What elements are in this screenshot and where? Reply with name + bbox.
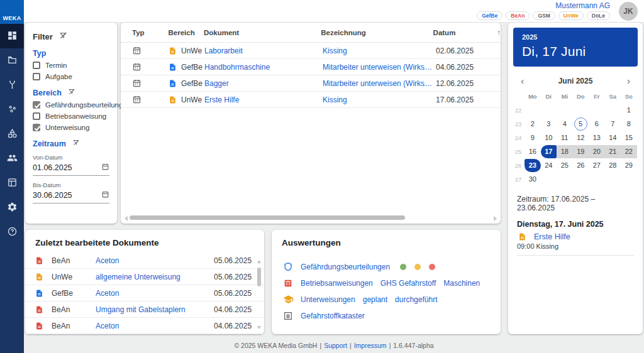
calendar-day[interactable]: 20 <box>589 145 605 158</box>
sidebar-item-dashboard[interactable] <box>0 24 24 48</box>
filter-clear-icon[interactable] <box>68 88 75 97</box>
checkbox-box[interactable] <box>33 101 40 109</box>
calendar-day[interactable]: 17 <box>541 145 557 158</box>
weka-logo[interactable]: WEKA <box>0 0 24 24</box>
status-dot-green[interactable] <box>400 264 406 270</box>
checkbox-aufgabe[interactable]: Aufgabe <box>33 73 109 80</box>
support-link[interactable]: Support <box>324 342 347 349</box>
calendar-day[interactable]: 24 <box>541 159 557 172</box>
sidebar-item-settings[interactable] <box>0 195 24 220</box>
von-datum-input[interactable]: 01.06.2025 <box>33 161 109 176</box>
sidebar-item-planner[interactable] <box>0 171 24 195</box>
calendar-day[interactable]: 15 <box>621 131 637 144</box>
header-datum[interactable]: Datum <box>433 29 472 36</box>
checkbox-box[interactable] <box>33 73 40 80</box>
header-bezeichnung[interactable]: Bezeichnung <box>321 29 433 36</box>
calendar-day[interactable]: 4 <box>557 117 573 131</box>
filter-clear-icon[interactable] <box>72 139 80 148</box>
calendar-day[interactable]: 18 <box>557 145 573 158</box>
sidebar-item-team[interactable] <box>0 146 24 171</box>
calendar-day[interactable]: 5 <box>574 117 587 131</box>
scrollbar-thumb[interactable] <box>257 268 261 286</box>
sidebar-item-categories[interactable] <box>0 122 24 146</box>
scrollbar-thumb[interactable] <box>130 215 405 220</box>
calendar-day[interactable]: 7 <box>605 117 621 131</box>
scroll-left-icon[interactable] <box>125 216 128 221</box>
calendar-day[interactable]: 26 <box>573 159 589 172</box>
company-name[interactable]: Mustermann AG <box>555 1 610 10</box>
calendar-day[interactable]: 14 <box>605 131 621 144</box>
gefahrstoffkataster-link[interactable]: Gefahrstoffkataster <box>301 312 365 320</box>
table-row[interactable]: UnWe Erste Hilfe Kissing 17.06.2025 <box>121 92 501 108</box>
recent-row[interactable]: GefBe Aceton 05.06.2025 <box>25 285 264 301</box>
checkbox-termin[interactable]: Termin <box>33 62 109 69</box>
calendar-day[interactable]: 28 <box>605 159 621 172</box>
bis-datum-input[interactable]: 30.06.2025 <box>33 188 109 204</box>
status-dot-red[interactable] <box>429 264 435 270</box>
calendar-day[interactable]: 8 <box>621 117 637 131</box>
checkbox-box[interactable] <box>33 62 40 69</box>
checkbox-gefaehrdungsbeurteilung[interactable]: Gefährdungsbeurteilung <box>33 101 109 109</box>
calendar-day[interactable]: 30 <box>525 173 541 186</box>
calendar-day[interactable]: 6 <box>589 117 605 131</box>
badge-bean[interactable]: BeAn <box>506 11 530 20</box>
header-bereich[interactable]: Bereich <box>168 29 203 36</box>
calendar-day[interactable]: 12 <box>573 131 589 144</box>
calendar-day[interactable]: 9 <box>525 131 541 144</box>
prev-month-icon[interactable]: ‹ <box>521 76 524 85</box>
calendar-day[interactable]: 11 <box>557 131 573 144</box>
header-dokument[interactable]: Dokument <box>204 29 321 36</box>
day-event[interactable]: Erste Hilfe <box>518 232 634 241</box>
calendar-day[interactable]: 23 <box>525 159 541 172</box>
event-link[interactable]: Erste Hilfe <box>534 232 570 241</box>
sidebar-item-substances[interactable] <box>0 97 24 122</box>
calendar-day[interactable]: 10 <box>541 131 557 144</box>
checkbox-betriebsanweisung[interactable]: Betriebsanweisung <box>33 112 109 120</box>
checkbox-box[interactable] <box>33 124 40 131</box>
unterweisungen-link[interactable]: Unterweisungen <box>301 295 355 304</box>
durchgefuehrt-link[interactable]: durchgeführt <box>395 295 437 304</box>
table-row[interactable]: GefBe Handbohrmaschine Mitarbeiter unter… <box>121 59 501 75</box>
dokument-link[interactable]: Handbohrmaschine <box>204 63 323 72</box>
gefaehrdungsbeurteilungen-link[interactable]: Gefährdungsbeurteilungen <box>301 263 390 271</box>
calendar-day[interactable]: 3 <box>541 117 557 131</box>
header-typ[interactable]: Typ <box>132 29 168 36</box>
geplant-link[interactable]: geplant <box>363 295 387 304</box>
calendar-day[interactable]: 19 <box>573 145 589 158</box>
bezeichnung-link[interactable]: Mitarbeiter unterweisen (Wirksam... <box>323 63 436 72</box>
next-month-icon[interactable]: › <box>627 76 630 85</box>
calendar-picker-icon[interactable] <box>101 163 109 173</box>
checkbox-box[interactable] <box>33 112 40 120</box>
bezeichnung-link[interactable]: Mitarbeiter unterweisen (Wirksam... <box>323 79 436 88</box>
betriebsanweisungen-link[interactable]: Betriebsanweisungen <box>301 279 373 288</box>
calendar-day[interactable]: 2 <box>525 117 541 131</box>
badge-gsm[interactable]: GSM <box>533 11 555 20</box>
vertical-scrollbar[interactable] <box>257 260 262 329</box>
badge-dole[interactable]: DoLe <box>587 11 610 20</box>
bezeichnung-link[interactable]: Kissing <box>323 95 436 104</box>
calendar-day[interactable]: 21 <box>605 145 621 158</box>
filter-clear-icon[interactable] <box>59 31 67 41</box>
calendar-day[interactable]: 27 <box>589 159 605 172</box>
calendar-day[interactable]: 29 <box>621 159 637 172</box>
recent-doc-link[interactable]: Aceton <box>96 289 214 298</box>
bezeichnung-link[interactable]: Kissing <box>323 46 436 55</box>
recent-doc-link[interactable]: Aceton <box>96 256 214 265</box>
recent-row[interactable]: UnWe allgemeine Unterweisung 05.06.2025 <box>25 269 264 285</box>
scroll-up-icon[interactable] <box>257 260 261 263</box>
sidebar-item-documents[interactable] <box>0 48 24 73</box>
impressum-link[interactable]: Impressum <box>354 342 387 349</box>
horizontal-scrollbar[interactable] <box>126 215 496 220</box>
avatar[interactable]: JK <box>619 2 638 21</box>
calendar-day[interactable]: 22 <box>621 145 637 158</box>
calendar-day[interactable]: 25 <box>557 159 573 172</box>
calendar-day[interactable]: 13 <box>589 131 605 144</box>
table-row[interactable]: UnWe Laborarbeit Kissing 02.06.2025 <box>121 43 501 59</box>
badge-gefbe[interactable]: GefBe <box>477 11 502 20</box>
sort-ascending-icon[interactable]: ↑ <box>497 28 501 37</box>
calendar-day[interactable]: 16 <box>525 145 541 158</box>
sidebar-item-help[interactable] <box>0 220 24 244</box>
dokument-link[interactable]: Erste Hilfe <box>204 95 323 104</box>
sidebar-item-workflow[interactable] <box>0 73 24 97</box>
scroll-right-icon[interactable] <box>494 216 497 221</box>
